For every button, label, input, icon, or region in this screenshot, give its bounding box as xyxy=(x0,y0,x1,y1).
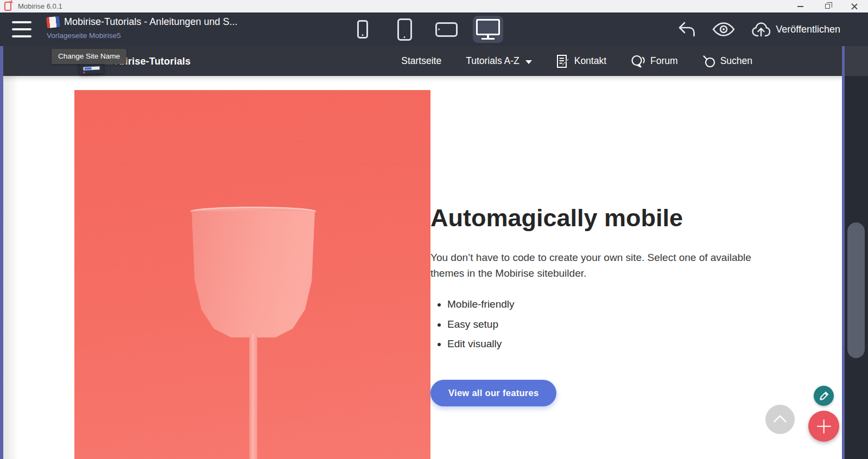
document-edit-icon xyxy=(556,54,569,68)
minimize-button[interactable] xyxy=(787,0,814,12)
hero-text-column: Automagically mobile You don’t have to c… xyxy=(430,205,778,406)
hero-image-block[interactable] xyxy=(74,90,430,459)
mobirise-app-icon xyxy=(4,2,11,11)
device-phone-button[interactable] xyxy=(347,16,378,43)
minimize-icon xyxy=(797,6,803,7)
scrollbar-top-zone xyxy=(845,46,868,76)
plus-icon xyxy=(817,419,831,433)
desktop-icon xyxy=(476,19,500,35)
eye-icon xyxy=(712,22,735,36)
publish-label: Veröffentlichen xyxy=(776,24,840,35)
hero-paragraph[interactable]: You don’t have to code to create your ow… xyxy=(430,250,770,282)
close-button[interactable] xyxy=(841,0,868,12)
project-subtitle[interactable]: Vorlageseite Mobirise5 xyxy=(47,31,121,40)
nav-label: Suchen xyxy=(720,55,752,67)
preview-button[interactable] xyxy=(712,22,735,36)
nav-item-suchen[interactable]: Suchen xyxy=(702,55,752,68)
site-menu: Startseite Tutorials A-Z Kontakt Forum xyxy=(401,46,752,76)
canvas-left-shadow xyxy=(3,76,18,459)
nav-item-tutorials-dropdown[interactable]: Tutorials A-Z xyxy=(466,55,532,67)
device-desktop-button[interactable] xyxy=(473,16,503,43)
window-controls xyxy=(787,0,868,12)
undo-icon xyxy=(677,21,696,37)
project-title[interactable]: Mobirise-Tutorials - Anleitungen und S..… xyxy=(64,16,238,28)
undo-button[interactable] xyxy=(677,21,696,37)
bullet-item[interactable]: Easy setup xyxy=(447,317,778,332)
cloud-upload-icon xyxy=(751,22,771,37)
device-tablet-portrait-button[interactable] xyxy=(389,16,420,43)
phone-icon xyxy=(357,20,368,39)
add-block-button[interactable] xyxy=(808,411,839,442)
canvas-left-edge xyxy=(0,46,3,459)
publish-button[interactable]: Veröffentlichen xyxy=(751,22,840,37)
restore-icon xyxy=(825,4,830,9)
project-icon xyxy=(46,16,60,28)
device-preview-switcher xyxy=(347,12,503,46)
nav-label: Tutorials A-Z xyxy=(466,55,519,67)
app-toolbar: Mobirise-Tutorials - Anleitungen und S..… xyxy=(0,12,868,46)
nav-label: Startseite xyxy=(401,55,441,67)
scroll-to-top-button[interactable] xyxy=(765,405,795,434)
scrollbar-thumb[interactable] xyxy=(847,222,865,358)
nav-item-startseite[interactable]: Startseite xyxy=(401,55,441,67)
bullet-item[interactable]: Edit visually xyxy=(447,336,778,352)
bullet-item[interactable]: Mobile-friendly xyxy=(447,297,778,312)
goblet-stem xyxy=(249,333,257,459)
device-tablet-landscape-button[interactable] xyxy=(431,16,461,43)
edit-style-button[interactable] xyxy=(814,386,834,406)
toolbar-actions: Veröffentlichen xyxy=(677,12,840,46)
menu-button[interactable] xyxy=(12,21,31,38)
site-name-tooltip: Change Site Name xyxy=(52,49,126,64)
paintbrush-icon xyxy=(819,391,829,401)
goblet-bowl xyxy=(192,211,315,337)
tablet-landscape-icon xyxy=(435,22,458,37)
nav-label: Forum xyxy=(650,55,678,67)
canvas-right-edge xyxy=(842,46,845,459)
tablet-portrait-icon xyxy=(397,18,412,41)
close-icon xyxy=(851,3,858,10)
chat-icon xyxy=(631,55,645,68)
hero-bullet-list[interactable]: Mobile-friendly Easy setup Edit visually xyxy=(430,297,778,352)
window-titlebar: Mobirise 6.0.1 xyxy=(0,0,868,12)
magnifier-icon xyxy=(702,55,715,68)
window-title: Mobirise 6.0.1 xyxy=(18,2,62,10)
chevron-up-icon xyxy=(773,415,787,429)
nav-label: Kontakt xyxy=(574,55,606,67)
restore-button[interactable] xyxy=(814,0,841,12)
thumb-detail xyxy=(83,72,85,74)
view-features-button[interactable]: View all our features xyxy=(430,380,556,406)
nav-item-forum[interactable]: Forum xyxy=(631,55,678,68)
nav-item-kontakt[interactable]: Kontakt xyxy=(556,54,606,68)
thumb-detail xyxy=(84,67,91,70)
hero-heading[interactable]: Automagically mobile xyxy=(430,205,778,232)
site-navbar-block[interactable]: Mobirise-Tutorials Startseite Tutorials … xyxy=(3,46,868,76)
site-logo-suffix: birise-Tutorials xyxy=(119,55,191,66)
caret-down-icon xyxy=(525,60,532,64)
